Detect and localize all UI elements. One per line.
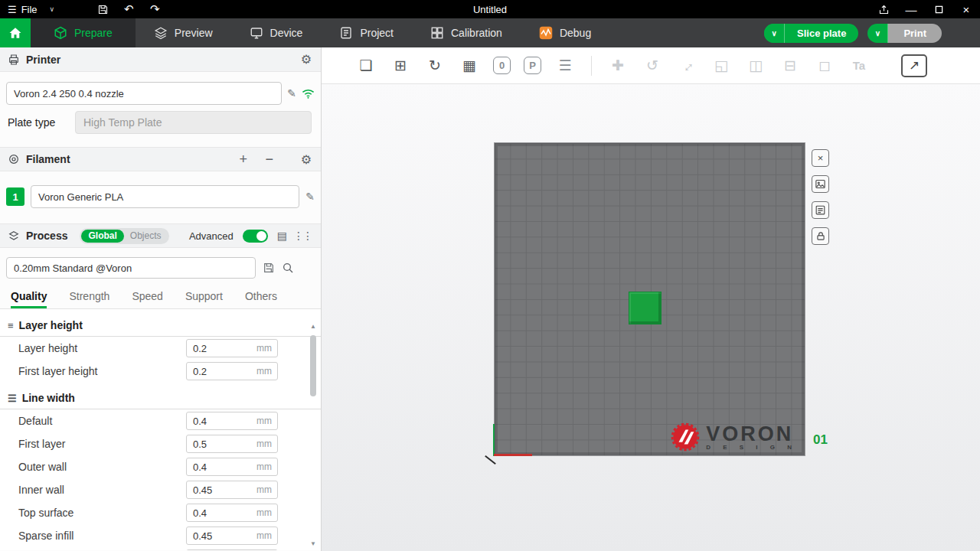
- assembly-view-icon[interactable]: ☰: [554, 55, 576, 77]
- filament-settings-gear-icon[interactable]: ⚙: [301, 152, 312, 167]
- add-object-icon[interactable]: ❏: [355, 55, 377, 77]
- printer-settings-gear-icon[interactable]: ⚙: [301, 52, 312, 67]
- add-filament-icon[interactable]: +: [237, 152, 250, 168]
- wifi-icon[interactable]: [302, 88, 315, 99]
- search-icon[interactable]: [282, 262, 294, 274]
- scrollbar-thumb[interactable]: [310, 335, 316, 396]
- flatten-icon[interactable]: ◱: [710, 55, 732, 77]
- file-menu[interactable]: ☰ File ∨: [0, 0, 62, 18]
- top-surface-line-width-input[interactable]: [187, 507, 234, 519]
- inner-wall-line-width-input[interactable]: [187, 484, 234, 496]
- tab-project[interactable]: Project: [321, 18, 412, 47]
- add-plate-icon[interactable]: ⊞: [390, 55, 411, 77]
- move-icon[interactable]: ✚: [607, 55, 629, 77]
- sparse-infill-line-width-input[interactable]: [187, 530, 234, 542]
- scene-canvas[interactable]: VORON D E S I G N 01 ×: [322, 84, 980, 551]
- print-dropdown-chevron-icon[interactable]: ∨: [867, 24, 888, 43]
- split-to-parts-icon[interactable]: ⊟: [779, 55, 801, 77]
- build-plate[interactable]: VORON D E S I G N: [494, 142, 805, 456]
- filament-row: 1 ✎: [6, 185, 315, 208]
- tab-debug[interactable]: Debug: [521, 18, 609, 47]
- unit-label: mm: [256, 530, 277, 541]
- edit-printer-icon[interactable]: ✎: [287, 87, 296, 99]
- outer-wall-line-width-input[interactable]: [187, 461, 234, 473]
- tab-calibration[interactable]: Calibration: [412, 18, 521, 47]
- delete-plate-button[interactable]: ×: [812, 149, 829, 167]
- tab-preview[interactable]: Preview: [136, 18, 231, 47]
- edit-filament-icon[interactable]: ✎: [305, 191, 315, 203]
- maximize-button[interactable]: [925, 0, 952, 18]
- tab-support[interactable]: Support: [185, 286, 223, 308]
- plate-action-buttons: ×: [812, 149, 829, 245]
- param-options-icon[interactable]: ⋮⋮: [293, 230, 312, 242]
- model-object[interactable]: [629, 292, 662, 324]
- minimize-button[interactable]: —: [897, 0, 925, 18]
- process-preset-input[interactable]: [6, 257, 256, 279]
- remove-filament-icon[interactable]: −: [263, 152, 276, 168]
- tab-prepare[interactable]: Prepare: [31, 18, 136, 47]
- plate-settings-button[interactable]: [812, 201, 829, 219]
- tab-calibration-label: Calibration: [451, 27, 502, 39]
- label-objects-icon[interactable]: 0: [493, 57, 511, 74]
- tab-others[interactable]: Others: [245, 286, 277, 308]
- filament-slot-badge[interactable]: 1: [6, 187, 24, 206]
- split-to-objects-icon[interactable]: ◫: [745, 55, 766, 77]
- sidebar-scrollbar[interactable]: ▲ ▼: [308, 323, 318, 549]
- tab-device-label: Device: [270, 27, 303, 39]
- slice-plate-button[interactable]: ∨ Slice plate: [764, 24, 858, 43]
- tab-strength[interactable]: Strength: [69, 286, 109, 308]
- param-field: mm: [186, 362, 278, 380]
- layer-height-input[interactable]: [187, 343, 234, 354]
- hamburger-icon: ☰: [8, 4, 17, 15]
- undo-button[interactable]: ↶: [116, 0, 142, 18]
- print-button[interactable]: ∨ Print: [867, 24, 942, 43]
- first-layer-height-input[interactable]: [187, 366, 234, 377]
- printer-preset-input[interactable]: [6, 82, 282, 105]
- param-field: [186, 549, 278, 550]
- process-scope-toggle[interactable]: Global Objects: [80, 228, 168, 244]
- plate-type-select[interactable]: High Temp Plate: [75, 111, 312, 134]
- param-table-icon[interactable]: ▤: [277, 230, 287, 242]
- close-button[interactable]: ×: [952, 0, 980, 18]
- scope-objects-option[interactable]: Objects: [124, 230, 168, 241]
- plate-image-button[interactable]: [812, 175, 829, 193]
- lock-plate-button[interactable]: [812, 227, 829, 245]
- first-layer-line-width-input[interactable]: [187, 439, 234, 450]
- advanced-toggle[interactable]: [243, 230, 268, 243]
- arrange-icon[interactable]: ▦: [459, 55, 480, 77]
- mesh-boolean-icon[interactable]: ◻: [814, 55, 835, 77]
- scroll-up-icon[interactable]: ▲: [310, 323, 316, 332]
- redo-icon: ↷: [150, 2, 160, 16]
- home-icon: [8, 26, 22, 40]
- save-button[interactable]: [90, 0, 116, 18]
- param-field: mm: [186, 412, 278, 430]
- save-preset-icon[interactable]: [263, 262, 275, 274]
- tab-speed[interactable]: Speed: [132, 286, 162, 308]
- tab-quality[interactable]: Quality: [11, 286, 47, 308]
- device-icon: [250, 26, 263, 40]
- unit-label: mm: [256, 366, 277, 377]
- process-icon: [8, 230, 20, 242]
- home-tab[interactable]: [0, 18, 31, 47]
- text-tool-icon[interactable]: Ta: [848, 55, 870, 77]
- upload-button[interactable]: [870, 0, 897, 18]
- plate-cursor-icon[interactable]: ↗: [901, 54, 927, 77]
- filament-preset-input[interactable]: [31, 185, 299, 208]
- scale-icon[interactable]: ↔: [676, 55, 697, 77]
- unit-label: mm: [256, 461, 277, 472]
- maximize-icon: [935, 5, 943, 14]
- plate-name-icon[interactable]: P: [524, 57, 541, 74]
- process-section-header: Process Global Objects Advanced ▤ ⋮⋮: [0, 223, 321, 248]
- default-line-width-input[interactable]: [187, 416, 234, 427]
- slice-dropdown-chevron-icon[interactable]: ∨: [764, 24, 785, 43]
- rotate-icon[interactable]: ↺: [642, 55, 663, 77]
- param-row: Layer height mm: [0, 337, 321, 360]
- scroll-down-icon[interactable]: ▼: [310, 540, 316, 549]
- titlebar: ☰ File ∨ ↶ ↷ Untitled — ×: [0, 0, 980, 18]
- undo-icon: ↶: [124, 2, 134, 16]
- printer-preset-row: ✎: [6, 82, 315, 105]
- auto-orient-icon[interactable]: ↻: [424, 55, 446, 77]
- tab-device[interactable]: Device: [231, 18, 322, 47]
- scope-global-option[interactable]: Global: [81, 230, 123, 243]
- redo-button[interactable]: ↷: [142, 0, 168, 18]
